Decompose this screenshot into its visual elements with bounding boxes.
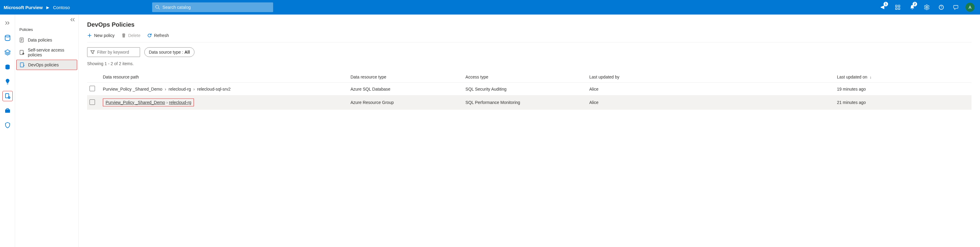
sidebar-item-devops[interactable]: DevOps policies (16, 60, 77, 70)
col-access[interactable]: Access type (463, 72, 587, 83)
sidebar-item-selfservice[interactable]: Self-service access policies (15, 45, 78, 60)
cell-path[interactable]: Purview_Policy _Shared_Demo › relecloud-… (100, 95, 348, 110)
tenant-name[interactable]: Contoso (53, 5, 70, 10)
sidebar-item-label: DevOps policies (28, 63, 59, 67)
row-checkbox[interactable] (89, 86, 95, 91)
breadcrumb-separator-icon: ▶ (46, 5, 49, 10)
shield-icon (4, 122, 11, 128)
notifications-button[interactable]: 1 (877, 0, 890, 14)
path-segment-link[interactable]: Purview_Policy _Shared_Demo (105, 100, 165, 105)
nav-item-insights[interactable] (2, 76, 13, 87)
col-path[interactable]: Data resource path (100, 72, 348, 83)
trash-icon (121, 33, 126, 38)
row-checkbox[interactable] (89, 99, 95, 105)
svg-point-7 (22, 53, 24, 55)
filter-row: Data source type : All (87, 47, 972, 57)
collapse-sidebar-button[interactable] (70, 17, 75, 23)
selfservice-icon (19, 50, 25, 55)
lightbulb-icon (4, 78, 11, 85)
search-icon (155, 5, 160, 10)
cell-updated_on: 19 minutes ago (835, 83, 972, 95)
nav-item-policy[interactable] (2, 91, 13, 101)
page-title: DevOps Policies (87, 21, 972, 28)
expand-nav-button[interactable] (0, 18, 15, 29)
cell-path[interactable]: Purview_Policy _Shared_Demo › relecloud-… (100, 83, 348, 95)
sidebar-section-title: Policies (15, 26, 78, 35)
product-name: Microsoft Purview (4, 5, 43, 10)
result-count: Showing 1 - 2 of 2 items. (87, 61, 972, 66)
feedback-button[interactable] (949, 0, 963, 14)
nav-item-privacy[interactable] (2, 120, 13, 130)
col-updated-by[interactable]: Last updated by (587, 72, 835, 83)
cell-access: SQL Security Auditing (463, 83, 587, 95)
refresh-icon (147, 33, 152, 38)
global-search[interactable] (152, 2, 273, 12)
path-segment-link[interactable]: relecloud-rg (169, 100, 191, 105)
settings-button[interactable] (920, 0, 934, 14)
briefcase-icon (4, 107, 11, 114)
path-separator-icon: › (166, 100, 168, 105)
devops-icon (20, 62, 25, 67)
col-checkbox (87, 72, 100, 83)
user-avatar[interactable]: A (966, 3, 975, 12)
app-header: Microsoft Purview ▶ Contoso 1 2 A (0, 0, 980, 14)
feedback-icon (953, 5, 959, 10)
col-type[interactable]: Data resource type (348, 72, 463, 83)
nav-item-data-estate[interactable] (2, 62, 13, 72)
alerts-button[interactable]: 2 (905, 0, 919, 14)
svg-rect-4 (5, 109, 10, 113)
help-icon (939, 5, 944, 10)
path-separator-icon: › (165, 87, 166, 91)
avatar-initial: A (969, 5, 971, 10)
highlighted-path: Purview_Policy _Shared_Demo › relecloud-… (103, 98, 194, 106)
path-segment: Purview_Policy _Shared_Demo (103, 87, 162, 91)
plus-icon (87, 33, 92, 38)
help-button[interactable] (935, 0, 948, 14)
cylinder-icon (4, 64, 11, 70)
path-segment: relecloud-rg (169, 87, 191, 91)
nav-item-data-catalog[interactable] (2, 33, 13, 43)
app-title: Microsoft Purview ▶ Contoso (4, 5, 70, 10)
alerts-badge: 2 (913, 2, 917, 6)
data-policies-icon (19, 37, 25, 43)
sort-descending-icon: ↓ (870, 75, 872, 79)
gear-icon (924, 5, 929, 10)
nav-rail (0, 14, 15, 247)
policy-sidebar: Policies Data policies Self-service acce… (15, 14, 79, 247)
database-icon (4, 35, 11, 41)
cell-updated_by: Alice (587, 83, 835, 95)
chevron-left-double-icon (70, 18, 75, 21)
table-row[interactable]: Purview_Policy _Shared_Demo › relecloud-… (87, 95, 972, 110)
delete-button: Delete (121, 33, 140, 38)
keyword-filter-input[interactable] (97, 50, 137, 55)
col-updated-on[interactable]: Last updated on ↓ (835, 72, 972, 83)
command-bar: New policy Delete Refresh (87, 33, 972, 42)
sidebar-item-data-policies[interactable]: Data policies (15, 35, 78, 45)
cmd-label: Delete (128, 33, 140, 38)
notifications-badge: 1 (883, 2, 888, 6)
map-icon (4, 49, 11, 56)
pill-label: Data source type : (149, 50, 183, 55)
path-segment: relecloud-sql-srv2 (197, 87, 231, 91)
new-policy-button[interactable]: New policy (87, 33, 115, 38)
pill-value: All (185, 50, 190, 55)
diagnostics-button[interactable] (891, 0, 904, 14)
content-area: DevOps Policies New policy Delete Refres… (79, 14, 980, 247)
chevron-right-double-icon (5, 21, 10, 25)
cmd-label: Refresh (154, 33, 169, 38)
nav-item-data-map[interactable] (2, 47, 13, 58)
sidebar-item-label: Self-service access policies (28, 48, 74, 57)
search-input[interactable] (162, 5, 270, 10)
cell-type: Azure SQL Database (348, 83, 463, 95)
svg-rect-8 (20, 63, 24, 67)
filter-icon (91, 50, 95, 54)
source-type-filter[interactable]: Data source type : All (144, 47, 194, 57)
svg-point-0 (5, 35, 10, 37)
diagnostics-icon (895, 5, 900, 10)
table-row[interactable]: Purview_Policy _Shared_Demo › relecloud-… (87, 83, 972, 95)
cell-access: SQL Performance Monitoring (463, 95, 587, 110)
nav-item-management[interactable] (2, 106, 13, 116)
policy-icon (4, 93, 11, 99)
refresh-button[interactable]: Refresh (147, 33, 169, 38)
keyword-filter[interactable] (87, 47, 140, 57)
